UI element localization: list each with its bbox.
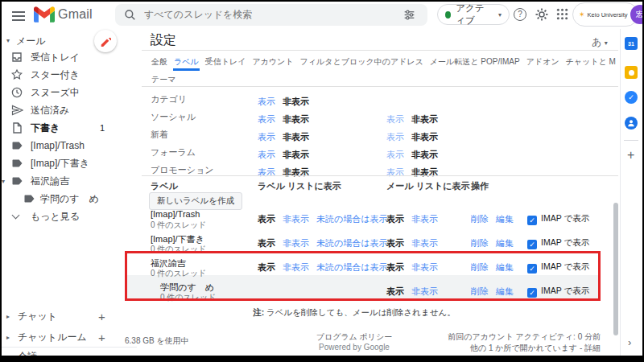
show-link[interactable]: 表示 <box>258 132 275 142</box>
show-if-unread-link[interactable]: 未読の場合は表示 <box>316 262 388 272</box>
hide-link[interactable]: 非表示 <box>283 238 309 248</box>
divider <box>142 50 618 51</box>
tab-forwarding[interactable]: メール転送と POP/IMAP <box>429 55 521 71</box>
sidebar-item-more[interactable]: もっと見る <box>0 208 141 225</box>
delete-link[interactable]: 削除 <box>471 214 489 224</box>
account-chip[interactable]: ✶ Keio University 宏 <box>572 2 638 27</box>
hide-link[interactable]: 非表示 <box>411 262 438 272</box>
sidebar-item-drafts[interactable]: 下書き 1 <box>0 119 141 137</box>
details-link[interactable]: 詳細 <box>584 343 601 352</box>
settings-gear-icon[interactable] <box>535 7 549 22</box>
tab-chat-meet[interactable]: チャットと Meet <box>565 55 616 71</box>
show-link[interactable]: 表示 <box>258 150 275 159</box>
imap-checkbox[interactable]: ✓ <box>527 216 537 225</box>
add-chat-icon[interactable]: + <box>98 310 105 323</box>
category-name: フォーラム <box>151 146 196 158</box>
search-input[interactable] <box>144 7 386 22</box>
delete-link[interactable]: 削除 <box>471 238 489 248</box>
category-name: ソーシャル <box>151 111 196 123</box>
show-if-unread-link[interactable]: 未読の場合は表示 <box>316 238 388 248</box>
keep-icon[interactable] <box>625 66 638 79</box>
chevron-down-icon <box>12 212 20 220</box>
input-tools-button[interactable]: あ ▾ <box>592 35 608 49</box>
search-bar[interactable] <box>115 4 427 26</box>
status-selector[interactable]: アクティブ ▾ <box>437 4 510 25</box>
imap-checkbox[interactable]: ✓ <box>527 264 537 274</box>
hide-link[interactable]: 非表示 <box>283 262 309 272</box>
imap-label: IMAP で表示 <box>541 213 589 223</box>
label-row-imap-drafts: [Imap]/下書き 0 件のスレッド 表示非表示未読の場合は表示 表示非表示 … <box>141 232 616 256</box>
page-title: 設定 <box>151 32 176 49</box>
avatar[interactable]: 宏 <box>630 5 644 24</box>
hide-link[interactable]: 非表示 <box>411 214 438 224</box>
gmail-wordmark: Gmail <box>58 7 93 22</box>
hide-current: 非表示 <box>411 132 438 142</box>
edit-link[interactable]: 編集 <box>496 238 514 248</box>
show-link[interactable]: 表示 <box>258 97 275 106</box>
show-link[interactable]: 表示 <box>258 114 275 124</box>
tab-general[interactable]: 全般 <box>151 55 168 71</box>
mail-section-label[interactable]: メール <box>16 35 46 48</box>
program-policies-link[interactable]: プログラム ポリシー <box>266 331 443 343</box>
thread-count: 0 件のスレッド <box>151 268 207 279</box>
hide-link[interactable]: 非表示 <box>411 238 438 248</box>
sidebar-item-imap-drafts[interactable]: [Imap]/下書き <box>0 154 141 172</box>
thread-count: 0 件のスレッド <box>151 220 207 231</box>
sidebar-item-chat[interactable]: ▸ チャット + <box>0 306 141 326</box>
show-if-unread-link[interactable]: 未読の場合は表示 <box>316 214 388 224</box>
show-current: 表示 <box>386 214 404 224</box>
mail-section-collapse-icon[interactable]: ▾ <box>6 37 10 44</box>
imap-checkbox[interactable]: ✓ <box>527 288 537 298</box>
sidebar-item-chat-rooms[interactable]: ▸ チャットルーム + <box>0 327 141 347</box>
tab-filters[interactable]: フィルタとブロック中のアドレス <box>299 55 424 71</box>
imap-label: IMAP で表示 <box>541 261 589 271</box>
tab-labels[interactable]: ラベル <box>173 55 200 71</box>
category-name: カテゴリ <box>151 93 187 105</box>
hide-current: 非表示 <box>411 150 438 159</box>
sidebar-item-fukuzawa[interactable]: ▾ 福沢諭吉 <box>0 172 141 190</box>
sidebar-item-label: 送信済み <box>31 104 69 117</box>
session-text: 他の 1 か所で開かれています - <box>470 343 584 352</box>
status-label: アクティブ <box>456 2 493 27</box>
hide-link[interactable]: 非表示 <box>283 214 309 224</box>
tab-accounts[interactable]: アカウント <box>251 55 294 71</box>
tab-addons[interactable]: アドオン <box>526 55 560 71</box>
edit-link[interactable]: 編集 <box>496 262 514 272</box>
hide-side-panel-icon[interactable]: › <box>628 336 631 348</box>
delete-link[interactable]: 削除 <box>471 262 489 272</box>
tasks-icon[interactable]: ✓ <box>625 91 638 104</box>
sidebar-item-imap-trash[interactable]: [Imap]/Trash <box>0 137 141 154</box>
gmail-logo-icon <box>34 6 55 26</box>
main-menu-icon[interactable] <box>12 9 25 23</box>
search-options-icon[interactable] <box>403 9 415 21</box>
delete-link[interactable]: 削除 <box>471 286 489 296</box>
tab-inbox[interactable]: 受信トレイ <box>204 55 247 71</box>
scrollbar[interactable] <box>613 203 618 335</box>
hide-link[interactable]: 非表示 <box>411 286 438 296</box>
edit-link[interactable]: 編集 <box>496 214 514 224</box>
expand-arrow-icon[interactable]: ▾ <box>2 178 5 185</box>
show-link[interactable]: 表示 <box>386 132 404 142</box>
help-icon[interactable]: ? <box>514 8 526 21</box>
sidebar-item-sent[interactable]: 送信済み <box>0 101 141 119</box>
sidebar-item-meet[interactable]: ▸ 会議 <box>0 347 137 362</box>
get-addons-icon[interactable]: + <box>627 148 634 162</box>
contacts-icon[interactable] <box>625 117 638 130</box>
google-apps-grid-icon[interactable] <box>556 8 568 20</box>
labels-note: 注: ラベルを削除しても、メールは削除されません。 <box>145 307 564 319</box>
calendar-icon[interactable]: 31 <box>625 37 638 50</box>
sidebar-item-gakumon[interactable]: 学問のすゝめ <box>0 190 141 208</box>
org-name: Keio University <box>588 11 628 19</box>
divider <box>142 175 618 176</box>
divider <box>624 140 638 141</box>
sidebar-item-starred[interactable]: スター付き <box>0 66 141 84</box>
imap-checkbox[interactable]: ✓ <box>527 240 537 249</box>
sidebar-item-snoozed[interactable]: スヌーズ中 <box>0 84 141 101</box>
column-header-mail: メール リストに表示 <box>386 180 470 192</box>
category-row: ソーシャル 表示非表示 表示非表示 <box>141 108 616 125</box>
show-link[interactable]: 表示 <box>386 114 404 124</box>
add-room-icon[interactable]: + <box>98 331 105 344</box>
sidebar-item-inbox[interactable]: 受信トレイ <box>0 48 141 66</box>
edit-link[interactable]: 編集 <box>496 286 514 296</box>
show-link[interactable]: 表示 <box>386 150 404 159</box>
